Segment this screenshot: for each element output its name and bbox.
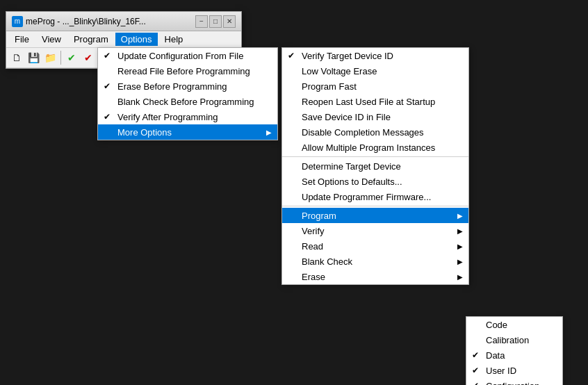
sub-verify-arrow: ▶ — [457, 227, 463, 235]
app-icon: m — [12, 16, 23, 27]
menu-reopen-last[interactable]: Reopen Last Used File at Startup — [282, 94, 468, 109]
menu-program-fast[interactable]: Program Fast — [282, 79, 468, 94]
toolbar-sep-1 — [60, 51, 61, 65]
toolbar-open[interactable]: 📁 — [42, 50, 58, 65]
prog-configuration[interactable]: ✔ Configuration — [466, 378, 562, 385]
toolbar-new[interactable]: 🗋 — [9, 50, 24, 65]
options-dropdown: ✔ Update Configuration From File Reread … — [97, 47, 278, 140]
check-erase-before: ✔ — [104, 81, 111, 91]
toolbar-verify[interactable]: ✔ — [64, 50, 79, 65]
menu-determine-target[interactable]: Determine Target Device — [282, 158, 468, 174]
menu-verify-target-id[interactable]: ✔ Verify Target Device ID — [282, 48, 468, 63]
menu-update-firmware[interactable]: Update Programmer Firmware... — [282, 189, 468, 204]
sub-read-arrow: ▶ — [457, 243, 463, 250]
menu-verify-after[interactable]: ✔ Verify After Programming — [98, 109, 277, 124]
menu-sub-erase[interactable]: Erase ▶ — [282, 269, 468, 284]
menu-file[interactable]: File — [9, 33, 35, 46]
menu-sub-program[interactable]: Program ▶ — [282, 208, 468, 223]
check-verify-target: ✔ — [288, 51, 295, 60]
menu-allow-multiple[interactable]: Allow Multiple Program Instances — [282, 140, 468, 155]
check-verify-after: ✔ — [104, 112, 111, 122]
window-title: meProg - ..._Blinky\Blinky_16F... — [26, 17, 146, 26]
menu-program[interactable]: Program — [68, 33, 114, 46]
menu-sub-verify[interactable]: Verify ▶ — [282, 223, 468, 238]
menu-low-voltage-erase[interactable]: Low Voltage Erase — [282, 63, 468, 79]
menubar: File View Program Options Help — [6, 31, 241, 48]
title-bar: m meProg - ..._Blinky\Blinky_16F... − □ … — [6, 12, 241, 31]
menu-set-defaults[interactable]: Set Options to Defaults... — [282, 174, 468, 189]
sub-program-arrow: ▶ — [457, 212, 463, 220]
prog-calibration[interactable]: Calibration — [466, 332, 562, 347]
menu-sub-blank-check[interactable]: Blank Check ▶ — [282, 254, 468, 269]
sep-2 — [282, 206, 468, 206]
prog-user-id[interactable]: ✔ User ID — [466, 363, 562, 378]
toolbar-program[interactable]: ✔ — [81, 50, 96, 65]
prog-code[interactable]: Code — [466, 317, 562, 332]
sub-blank-check-arrow: ▶ — [457, 258, 463, 265]
more-options-arrow: ▶ — [266, 129, 272, 136]
menu-help[interactable]: Help — [159, 33, 189, 46]
menu-update-config[interactable]: ✔ Update Configuration From File — [98, 48, 277, 63]
menu-reread-file[interactable]: Reread File Before Programming — [98, 63, 277, 79]
more-options-submenu: ✔ Verify Target Device ID Low Voltage Er… — [281, 47, 469, 285]
prog-data[interactable]: ✔ Data — [466, 347, 562, 363]
menu-sub-read[interactable]: Read ▶ — [282, 238, 468, 254]
program-submenu: Code Calibration ✔ Data ✔ User ID ✔ Conf… — [466, 316, 563, 385]
sep-1 — [282, 156, 468, 157]
check-update-config: ✔ — [104, 51, 111, 60]
title-bar-buttons: − □ ✕ — [195, 15, 236, 28]
title-bar-left: m meProg - ..._Blinky\Blinky_16F... — [12, 16, 146, 27]
menu-more-options[interactable]: More Options ▶ — [98, 124, 277, 140]
sub-erase-arrow: ▶ — [457, 273, 463, 281]
toolbar-save[interactable]: 💾 — [26, 50, 41, 65]
menu-save-device-id[interactable]: Save Device ID in File — [282, 109, 468, 124]
menu-erase-before[interactable]: ✔ Erase Before Programming — [98, 79, 277, 94]
check-prog-configuration: ✔ — [472, 381, 479, 385]
menu-view[interactable]: View — [36, 33, 67, 46]
menu-options[interactable]: Options — [115, 33, 158, 46]
menu-blank-check[interactable]: Blank Check Before Programming — [98, 94, 277, 109]
check-prog-user-id: ✔ — [472, 366, 479, 375]
minimize-button[interactable]: − — [195, 15, 208, 28]
check-prog-data: ✔ — [472, 350, 479, 360]
close-button[interactable]: ✕ — [223, 15, 236, 28]
maximize-button[interactable]: □ — [209, 15, 222, 28]
menu-disable-completion[interactable]: Disable Completion Messages — [282, 124, 468, 140]
